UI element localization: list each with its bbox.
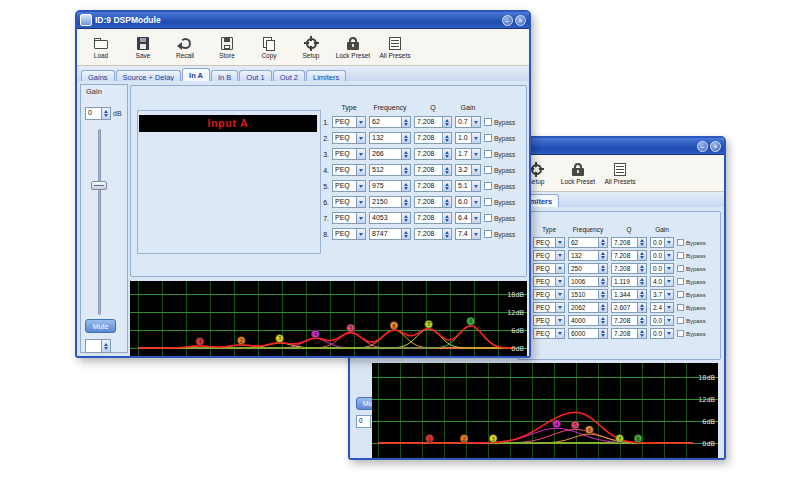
bypass-checkbox[interactable] bbox=[484, 134, 492, 142]
filter-type-select[interactable]: PEQ bbox=[332, 212, 366, 224]
bypass-control[interactable]: Bypass bbox=[677, 304, 706, 311]
gain-select[interactable]: 0.0 bbox=[650, 315, 674, 326]
slider-handle[interactable] bbox=[91, 181, 107, 190]
chevron-down-icon[interactable] bbox=[555, 277, 564, 286]
bypass-checkbox[interactable] bbox=[677, 330, 684, 337]
bypass-control[interactable]: Bypass bbox=[677, 252, 706, 259]
bypass-checkbox[interactable] bbox=[677, 239, 684, 246]
chevron-down-icon[interactable] bbox=[356, 117, 365, 127]
gain-select[interactable]: 4.0 bbox=[650, 276, 674, 287]
chevron-down-icon[interactable] bbox=[555, 316, 564, 325]
filter-type-select[interactable]: PEQ bbox=[332, 228, 366, 240]
frequency-spinner[interactable]: 132 bbox=[568, 250, 608, 261]
bypass-checkbox[interactable] bbox=[484, 118, 492, 126]
q-spinner[interactable]: 1.344 bbox=[611, 289, 647, 300]
frequency-spinner[interactable]: 4053 bbox=[369, 212, 411, 224]
gain-select[interactable]: 2.4 bbox=[650, 302, 674, 313]
bypass-checkbox[interactable] bbox=[677, 291, 684, 298]
gain-select[interactable]: 1.0 bbox=[455, 132, 481, 144]
gain-select[interactable]: 0.0 bbox=[650, 250, 674, 261]
spinner-arrows-icon[interactable] bbox=[401, 149, 410, 159]
spinner-arrows-icon[interactable] bbox=[598, 329, 607, 338]
spinner-arrows-icon[interactable] bbox=[598, 277, 607, 286]
toolbar-setup-button[interactable]: Setup bbox=[291, 36, 331, 59]
chevron-down-icon[interactable] bbox=[664, 238, 673, 247]
filter-type-select[interactable]: PEQ bbox=[533, 315, 565, 326]
frequency-spinner[interactable]: 6000 bbox=[568, 328, 608, 339]
minimize-button[interactable]: – bbox=[697, 141, 708, 152]
chevron-down-icon[interactable] bbox=[664, 264, 673, 273]
chevron-down-icon[interactable] bbox=[471, 197, 480, 207]
bypass-checkbox[interactable] bbox=[484, 198, 492, 206]
bypass-control[interactable]: Bypass bbox=[484, 182, 515, 190]
chevron-down-icon[interactable] bbox=[471, 229, 480, 239]
toolbar-all-presets-button[interactable]: All Presets bbox=[375, 36, 415, 59]
frequency-spinner[interactable]: 975 bbox=[369, 180, 411, 192]
bypass-control[interactable]: Bypass bbox=[484, 134, 515, 142]
chevron-down-icon[interactable] bbox=[356, 229, 365, 239]
chevron-down-icon[interactable] bbox=[471, 149, 480, 159]
chevron-down-icon[interactable] bbox=[555, 251, 564, 260]
spinner-arrows-icon[interactable] bbox=[637, 264, 646, 273]
gain-select[interactable]: 0.0 bbox=[650, 328, 674, 339]
q-spinner[interactable]: 7.208 bbox=[414, 212, 452, 224]
frequency-spinner[interactable]: 62 bbox=[369, 116, 411, 128]
gain-select[interactable]: 6.4 bbox=[455, 212, 481, 224]
spinner-arrows-icon[interactable] bbox=[637, 303, 646, 312]
gain-select[interactable]: 0.0 bbox=[650, 237, 674, 248]
filter-type-select[interactable]: PEQ bbox=[533, 276, 565, 287]
bypass-control[interactable]: Bypass bbox=[677, 239, 706, 246]
filter-type-select[interactable]: PEQ bbox=[332, 148, 366, 160]
spinner-arrows-icon[interactable] bbox=[598, 238, 607, 247]
frequency-spinner[interactable]: 1510 bbox=[568, 289, 608, 300]
chevron-down-icon[interactable] bbox=[356, 197, 365, 207]
frequency-spinner[interactable]: 8747 bbox=[369, 228, 411, 240]
bypass-control[interactable]: Bypass bbox=[677, 291, 706, 298]
spinner-arrows-icon[interactable] bbox=[442, 165, 451, 175]
q-spinner[interactable]: 7.208 bbox=[414, 180, 452, 192]
gain-select[interactable]: 0.7 bbox=[455, 116, 481, 128]
spinner-arrows-icon[interactable] bbox=[598, 290, 607, 299]
spinner-arrows-icon[interactable] bbox=[442, 229, 451, 239]
filter-type-select[interactable]: PEQ bbox=[332, 164, 366, 176]
spinner-arrows-icon[interactable] bbox=[401, 117, 410, 127]
chevron-down-icon[interactable] bbox=[471, 117, 480, 127]
filter-type-select[interactable]: PEQ bbox=[533, 237, 565, 248]
chevron-down-icon[interactable] bbox=[356, 181, 365, 191]
q-spinner[interactable]: 7.208 bbox=[611, 250, 647, 261]
chevron-down-icon[interactable] bbox=[664, 290, 673, 299]
spinner-arrows-icon[interactable] bbox=[442, 181, 451, 191]
gain-slider[interactable] bbox=[91, 129, 107, 315]
frequency-spinner[interactable]: 250 bbox=[568, 263, 608, 274]
spinner-arrows-icon[interactable] bbox=[598, 251, 607, 260]
chevron-down-icon[interactable] bbox=[555, 290, 564, 299]
secondary-spinner[interactable] bbox=[85, 339, 111, 353]
chevron-down-icon[interactable] bbox=[471, 213, 480, 223]
chevron-down-icon[interactable] bbox=[356, 165, 365, 175]
gain-select[interactable]: 3.2 bbox=[455, 164, 481, 176]
frequency-spinner[interactable]: 4000 bbox=[568, 315, 608, 326]
toolbar-store-button[interactable]: Store bbox=[207, 36, 247, 59]
toolbar-all-presets-button[interactable]: All Presets bbox=[600, 162, 640, 185]
spinner-arrows-icon[interactable] bbox=[101, 340, 110, 352]
spinner-arrows-icon[interactable] bbox=[598, 303, 607, 312]
filter-type-select[interactable]: PEQ bbox=[533, 289, 565, 300]
q-spinner[interactable]: 1.119 bbox=[611, 276, 647, 287]
minimize-button[interactable]: – bbox=[502, 15, 513, 26]
bypass-control[interactable]: Bypass bbox=[677, 330, 706, 337]
spinner-arrows-icon[interactable] bbox=[401, 229, 410, 239]
toolbar-load-button[interactable]: Load bbox=[81, 36, 121, 59]
chevron-down-icon[interactable] bbox=[555, 329, 564, 338]
frequency-spinner[interactable]: 132 bbox=[369, 132, 411, 144]
bypass-control[interactable]: Bypass bbox=[677, 278, 706, 285]
chevron-down-icon[interactable] bbox=[664, 251, 673, 260]
chevron-down-icon[interactable] bbox=[471, 133, 480, 143]
mute-button[interactable]: Mute bbox=[85, 319, 116, 333]
spinner-arrows-icon[interactable] bbox=[442, 197, 451, 207]
chevron-down-icon[interactable] bbox=[664, 329, 673, 338]
frequency-spinner[interactable]: 2150 bbox=[369, 196, 411, 208]
chevron-down-icon[interactable] bbox=[555, 303, 564, 312]
bypass-checkbox[interactable] bbox=[484, 150, 492, 158]
spinner-arrows-icon[interactable] bbox=[401, 197, 410, 207]
bypass-checkbox[interactable] bbox=[484, 214, 492, 222]
